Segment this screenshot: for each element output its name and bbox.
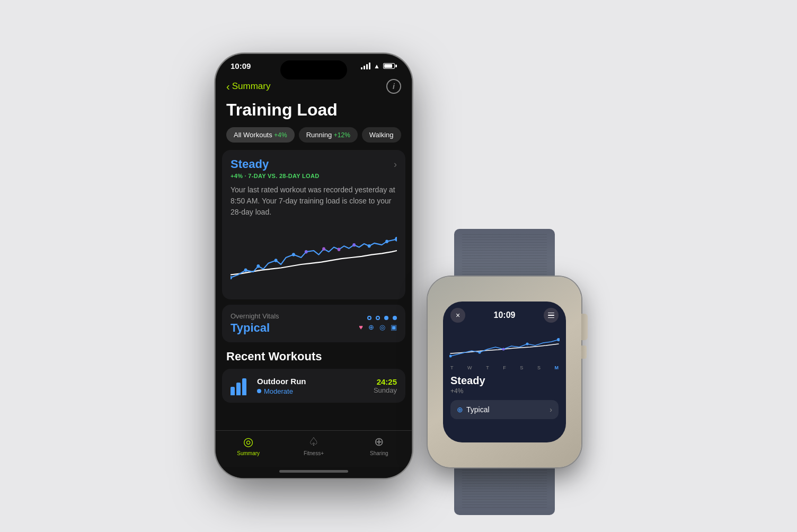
watch-menu-icon — [548, 313, 554, 318]
vitals-dot-1 — [367, 316, 371, 320]
vitals-icons: ♥ ⊕ ◎ ▣ — [359, 316, 397, 331]
watch-top-bar: × 10:09 — [450, 308, 559, 323]
watch-x-icon: × — [456, 311, 460, 320]
workout-intensity: Moderate — [257, 387, 366, 395]
breath-icon: ⊕ — [368, 323, 374, 331]
tab-summary[interactable]: ◎ Summary — [216, 435, 281, 456]
vitals-value: Typical — [231, 321, 279, 335]
tab-sharing[interactable]: ⊕ Sharing — [347, 435, 412, 456]
vitals-dot-2 — [376, 316, 380, 320]
segment-label: All Workouts — [234, 131, 272, 139]
training-description: Your last rated workout was recorded yes… — [231, 184, 397, 218]
vitals-dot-4 — [393, 316, 397, 320]
summary-tab-label: Summary — [237, 450, 260, 456]
vitals-dots-row — [367, 316, 397, 320]
svg-point-5 — [305, 250, 308, 254]
svg-point-11 — [395, 237, 397, 242]
recent-workouts-header: Recent Workouts — [216, 342, 412, 369]
watch-chart-svg — [449, 327, 560, 364]
svg-point-7 — [338, 248, 341, 252]
svg-point-8 — [352, 243, 356, 247]
watch-time: 10:09 — [494, 311, 516, 320]
svg-point-6 — [322, 247, 325, 251]
watch-status-label: Steady — [450, 375, 559, 387]
page-title: Training Load — [216, 98, 412, 127]
svg-point-14 — [502, 348, 505, 351]
watch-vitals-text: Typical — [466, 405, 490, 414]
chart-area: May 19 May 26 Jun 2 Jun 9 — [231, 223, 397, 292]
training-subtitle-text: · 7-DAY VS. 28-DAY LOAD — [245, 173, 320, 179]
segment-pct: +12% — [334, 131, 350, 139]
wifi-icon: ▲ — [374, 63, 380, 70]
workout-item[interactable]: Outdoor Run Moderate 24:25 Sunday — [222, 369, 405, 403]
intensity-dot — [257, 389, 261, 393]
workout-name: Outdoor Run — [257, 377, 366, 386]
svg-point-12 — [449, 355, 452, 358]
dynamic-island — [280, 60, 347, 79]
training-card[interactable]: Steady › +4% · 7-DAY VS. 28-DAY LOAD You… — [222, 150, 405, 299]
watch-close-button[interactable]: × — [450, 308, 465, 323]
segment-label: Running — [306, 131, 332, 139]
svg-point-3 — [274, 259, 278, 262]
fitnessplus-tab-icon: ♤ — [308, 435, 319, 449]
watch-day-S2: S — [537, 365, 541, 370]
workout-day: Sunday — [374, 386, 397, 394]
fitnessplus-tab-label: Fitness+ — [304, 450, 324, 456]
status-icons: ▲ — [361, 63, 397, 70]
watch-day-F: F — [503, 365, 506, 370]
workout-icon — [231, 376, 250, 395]
svg-point-13 — [479, 351, 481, 354]
training-status-row: Steady › — [231, 157, 397, 171]
svg-point-0 — [231, 276, 232, 280]
back-label: Summary — [232, 81, 271, 92]
workout-meta: 24:25 Sunday — [374, 377, 397, 394]
watch-screen: × 10:09 — [443, 302, 566, 442]
home-indicator — [216, 467, 412, 478]
sharing-tab-label: Sharing — [370, 450, 388, 456]
watch-status-pct: +4% — [450, 387, 559, 395]
training-chart — [231, 223, 397, 292]
vitals-card[interactable]: Overnight Vitals Typical ♥ ⊕ ◎ ▣ — [222, 305, 405, 342]
back-button[interactable]: ‹ Summary — [226, 81, 270, 93]
chevron-right-icon: › — [394, 159, 397, 170]
iphone-content: ‹ Summary i Training Load All Workouts +… — [216, 74, 412, 478]
watch-chart — [449, 327, 560, 364]
watch-day-T2: T — [486, 365, 489, 370]
watch-crown — [581, 314, 588, 340]
signal-icon — [361, 63, 370, 69]
watch-day-T: T — [450, 365, 454, 370]
battery-icon — [383, 63, 397, 69]
segment-control: All Workouts +4% Running +12% Walking — [216, 127, 412, 150]
watch-menu-button[interactable] — [544, 308, 559, 323]
tab-bar: ◎ Summary ♤ Fitness+ ⊕ Sharing — [216, 430, 412, 467]
heart-icon: ♥ — [359, 323, 363, 331]
status-time: 10:09 — [231, 61, 251, 70]
workout-duration: 24:25 — [374, 377, 397, 386]
scene: 10:09 ▲ — [216, 54, 581, 478]
oxygen-icon: ◎ — [379, 323, 385, 331]
svg-point-15 — [526, 343, 529, 345]
watch-body: × 10:09 — [428, 277, 581, 467]
svg-point-2 — [256, 264, 260, 268]
workout-info: Outdoor Run Moderate — [257, 377, 366, 395]
sleep-icon: ▣ — [391, 323, 397, 331]
vitals-icons-row2: ♥ ⊕ ◎ ▣ — [359, 323, 397, 331]
watch-vitals-left: ⊕ Typical — [457, 405, 490, 414]
summary-tab-icon: ◎ — [243, 435, 253, 449]
watch-vitals-row[interactable]: ⊕ Typical › — [450, 400, 559, 419]
back-chevron-icon: ‹ — [226, 81, 230, 93]
iphone: 10:09 ▲ — [216, 54, 412, 478]
tab-fitnessplus[interactable]: ♤ Fitness+ — [281, 435, 346, 456]
segment-all-workouts[interactable]: All Workouts +4% — [226, 127, 295, 143]
segment-running[interactable]: Running +12% — [299, 127, 358, 143]
svg-point-9 — [368, 244, 371, 248]
segment-pct: +4% — [274, 131, 287, 139]
watch-vitals-icon: ⊕ — [457, 405, 463, 414]
watch-band-top — [454, 229, 555, 282]
training-subtitle: +4% · 7-DAY VS. 28-DAY LOAD — [231, 173, 397, 179]
apple-watch: × 10:09 — [428, 277, 581, 467]
training-status-title: Steady — [231, 157, 269, 171]
svg-point-4 — [292, 253, 295, 256]
info-button[interactable]: i — [386, 79, 401, 94]
segment-walking[interactable]: Walking — [362, 127, 401, 143]
